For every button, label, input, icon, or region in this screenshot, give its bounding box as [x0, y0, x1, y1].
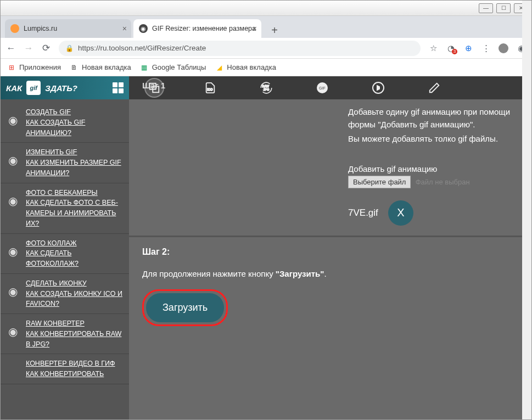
instructions-column: Добавьте одину gif анимацию при помощи ф…	[348, 99, 518, 226]
bookmark-item[interactable]: ▦Google Таблицы	[140, 63, 206, 72]
instruction-text: Вы можете добавлять толко gif файлы.	[348, 133, 518, 145]
tool-ico-icon[interactable]: ICO	[201, 79, 219, 97]
step2-text: Для продолжения нажмите кнопку "Загрузит…	[142, 269, 518, 278]
sidebar-link[interactable]: КАК КОНВЕРТИРОВАТЬ	[26, 369, 124, 379]
filename-text: 7VE.gif	[348, 208, 378, 219]
tool-toolbar: Шаг 1 ICO RAWJPG GIF	[129, 76, 531, 99]
sidebar-link[interactable]: КАК СДЕЛАТЬ ФОТОКОЛЛАЖ?	[26, 248, 124, 269]
sidebar-link[interactable]: СДЕЛАТЬ ИКОНКУ	[26, 278, 124, 289]
page-content: КАК gif ЗДАТЬ? ◉ СОЗДАТЬ GIF КАК СОЗДАТЬ…	[1, 76, 531, 419]
page-scrollbar[interactable]	[522, 1, 531, 419]
globe-icon[interactable]: ⊕	[463, 43, 473, 53]
instruction-text: Добавьте одину gif анимацию при помощи ф…	[348, 106, 518, 131]
tab-gifresizer[interactable]: ◉ GIF Resizer: изменение размера ×	[133, 19, 261, 38]
apps-icon: ⊞	[7, 63, 16, 72]
bookmark-item[interactable]: ◢Новая вкладка	[215, 63, 276, 72]
spiral-icon: ◉	[8, 326, 20, 349]
page-icon: 🗎	[70, 63, 79, 72]
spiral-icon: ◉	[8, 195, 20, 229]
sidebar-header: КАК gif ЗДАТЬ?	[1, 76, 129, 99]
sidebar-item: ◉ ФОТО КОЛЛАЖ КАК СДЕЛАТЬ ФОТОКОЛЛАЖ?	[1, 234, 129, 274]
upload-highlight: Загрузить	[142, 289, 228, 326]
address-bar: ← → ⟳ 🔒 https://ru.toolson.net/GifResize…	[1, 38, 531, 59]
url-input[interactable]: 🔒 https://ru.toolson.net/GifResizer/Crea…	[59, 41, 421, 56]
bookmark-item[interactable]: 🗎Новая вкладка	[70, 63, 131, 72]
sidebar-title-right: ЗДАТЬ?	[45, 83, 77, 93]
tool-music-icon[interactable]	[369, 79, 387, 97]
step1-area: Добавьте одину gif анимацию при помощи ф…	[129, 99, 531, 236]
sidebar-item: КОНВЕРТЕР ВИДЕО В ГИФ КАК КОНВЕРТИРОВАТЬ	[1, 354, 129, 384]
gif-logo-icon: gif	[26, 81, 41, 95]
window-minimize-button[interactable]: —	[479, 3, 493, 13]
selected-file-row: 7VE.gif X	[348, 200, 518, 226]
tab-title: Lumpics.ru	[24, 25, 57, 32]
spiral-icon: ◉	[8, 246, 20, 269]
choose-file-button[interactable]: Выберите файл	[348, 176, 411, 188]
browser-tabstrip: Lumpics.ru × ◉ GIF Resizer: изменение ра…	[1, 16, 531, 38]
sidebar-link[interactable]: КАК СОЗДАТЬ GIF АНИМАЦИЮ?	[26, 117, 124, 138]
remove-file-button[interactable]: X	[388, 200, 413, 226]
sidebar-item: ◉ ФОТО С ВЕБКАМЕРЫ КАК СДЕЛАТЬ ФОТО С ВЕ…	[1, 183, 129, 234]
step2-area: Шаг 2: Для продолжения нажмите кнопку "З…	[129, 236, 531, 336]
sidebar-link[interactable]: КАК СОЗДАТЬ ИКОНКУ ICO И FAVICON?	[26, 289, 124, 310]
more-icon[interactable]: ⋮	[481, 43, 491, 53]
window-maximize-button[interactable]: ☐	[496, 3, 511, 13]
spiral-icon: ◉	[8, 286, 20, 309]
spiral-icon: ◉	[8, 155, 20, 178]
lock-icon: 🔒	[65, 44, 74, 52]
sidebar-item: ◉ СОЗДАТЬ GIF КАК СОЗДАТЬ GIF АНИМАЦИЮ?	[1, 103, 129, 143]
file-status: Файл не выбран	[416, 178, 470, 186]
svg-text:RAW: RAW	[262, 85, 269, 88]
url-text: https://ru.toolson.net/GifResizer/Create	[78, 44, 206, 52]
tab-close-icon[interactable]: ×	[253, 24, 257, 33]
step2-title: Шаг 2:	[142, 247, 518, 257]
svg-text:GIF: GIF	[319, 86, 326, 90]
back-button[interactable]: ←	[6, 43, 16, 54]
add-file-label: Добавить gif анимацию	[348, 164, 518, 173]
tab-title: GIF Resizer: изменение размера	[152, 25, 256, 32]
sidebar-link[interactable]: ИЗМЕНИТЬ GIF	[26, 147, 124, 158]
svg-text:JPG: JPG	[264, 88, 270, 91]
tool-gif-icon[interactable]: GIF	[313, 79, 331, 97]
reload-button[interactable]: ⟳	[41, 42, 51, 54]
sidebar-link[interactable]: RAW КОНВЕРТЕР	[26, 318, 124, 329]
window-titlebar: — ☐ ✕	[1, 1, 531, 16]
sidebar-item: ◉ СДЕЛАТЬ ИКОНКУ КАК СОЗДАТЬ ИКОНКУ ICO …	[1, 274, 129, 314]
new-tab-button[interactable]: +	[267, 23, 282, 38]
step1-title: Шаг 1	[142, 81, 165, 90]
tab-favicon-toolson: ◉	[139, 24, 148, 33]
page-icon: ◢	[215, 63, 223, 72]
svg-text:ICO: ICO	[208, 88, 214, 91]
main-panel: Шаг 1 ICO RAWJPG GIF Добавьте одину gif …	[129, 76, 531, 419]
sidebar-link[interactable]: КАК ИЗМЕНИТЬ РАЗМЕР GIF АНИМАЦИИ?	[26, 158, 124, 178]
sidebar-link[interactable]: ФОТО С ВЕБКАМЕРЫ	[26, 188, 124, 198]
spiral-icon: ◉	[8, 115, 20, 138]
sidebar: КАК gif ЗДАТЬ? ◉ СОЗДАТЬ GIF КАК СОЗДАТЬ…	[1, 76, 129, 419]
sidebar-link[interactable]: КАК КОНВЕРТИРОВАТЬ RAW В JPG?	[26, 329, 124, 350]
sidebar-link[interactable]: СОЗДАТЬ GIF	[26, 107, 124, 117]
sidebar-item: ◉ RAW КОНВЕРТЕР КАК КОНВЕРТИРОВАТЬ RAW В…	[1, 314, 129, 354]
bookmarks-bar: ⊞Приложения 🗎Новая вкладка ▦Google Табли…	[1, 59, 531, 76]
upload-button[interactable]: Загрузить	[146, 293, 224, 322]
sidebar-link[interactable]: ФОТО КОЛЛАЖ	[26, 238, 124, 249]
sidebar-title-left: КАК	[6, 83, 22, 93]
profile-avatar[interactable]	[499, 43, 508, 53]
forward-button[interactable]: →	[24, 43, 33, 54]
tool-edit-icon[interactable]	[425, 79, 443, 97]
tab-favicon-lumpics	[10, 24, 19, 33]
tab-close-icon[interactable]: ×	[122, 24, 127, 33]
sidebar-list: ◉ СОЗДАТЬ GIF КАК СОЗДАТЬ GIF АНИМАЦИЮ? …	[1, 99, 129, 388]
sidebar-link[interactable]: КОНВЕРТЕР ВИДЕО В ГИФ	[26, 359, 124, 369]
extension-icon[interactable]: ◔	[446, 43, 456, 53]
sidebar-item: ◉ ИЗМЕНИТЬ GIF КАК ИЗМЕНИТЬ РАЗМЕР GIF А…	[1, 143, 129, 183]
tab-lumpics[interactable]: Lumpics.ru ×	[5, 19, 131, 38]
star-icon[interactable]: ☆	[428, 43, 438, 53]
tool-raw-icon[interactable]: RAWJPG	[257, 79, 275, 97]
sidebar-link[interactable]: КАК СДЕЛАТЬ ФОТО С ВЕБ-КАМЕРЫ И АНИМИРОВ…	[26, 198, 124, 228]
spiral-icon	[8, 366, 20, 379]
sheets-icon: ▦	[140, 63, 149, 72]
apps-button[interactable]: ⊞Приложения	[7, 63, 61, 72]
grid-icon[interactable]	[113, 82, 124, 93]
